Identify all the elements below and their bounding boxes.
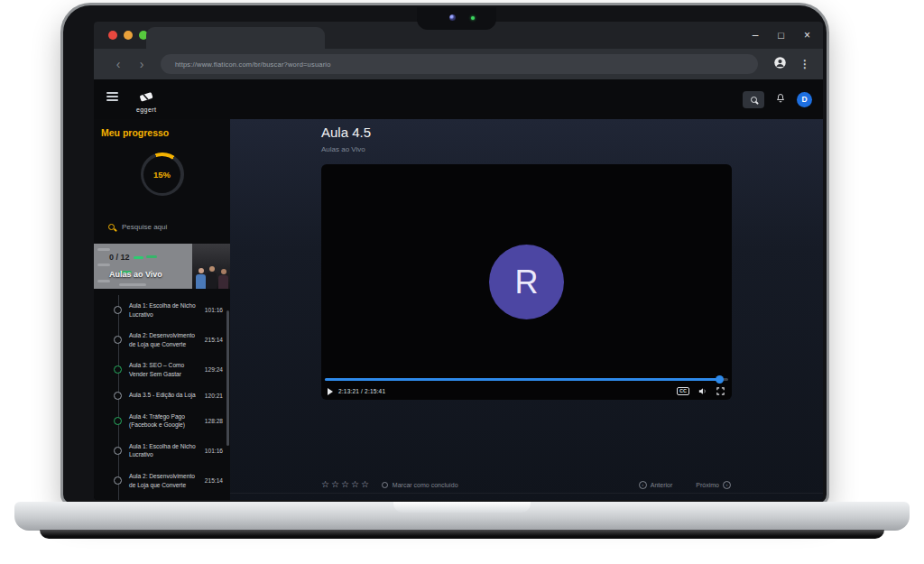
- progress-ring: 15%: [141, 153, 184, 196]
- lesson-duration: 101:16: [205, 448, 223, 454]
- playlist-item[interactable]: Aula 1: Escolha de Nicho Lucrativo 101:1…: [94, 295, 230, 325]
- lesson-page-title: Aula 4.5: [321, 125, 371, 140]
- playlist-section-title: Aulas ao Vivo: [109, 270, 186, 279]
- lesson-title: Aula 1: Escolha de Nicho Lucrativo: [129, 442, 196, 459]
- mark-complete-radio[interactable]: [382, 482, 388, 488]
- lesson-status-icon: [114, 476, 122, 485]
- star-icon[interactable]: ☆: [351, 480, 359, 489]
- lesson-status-icon: [114, 336, 122, 344]
- video-player[interactable]: R 2:13:21 / 2:15:41 CC: [321, 164, 732, 400]
- lesson-status-icon: [114, 306, 122, 314]
- lesson-page-subtitle: Aulas ao Vivo: [321, 145, 365, 153]
- laptop-mockup: – □ × ‹ › https://www.flaticon.com/br/bu…: [0, 0, 924, 564]
- lesson-status-icon: [114, 365, 122, 374]
- course-sidebar: Meu progresso 15% Pesquise aqui: [94, 119, 230, 500]
- logo-text: eggert: [136, 106, 156, 113]
- lesson-footer: ☆☆☆☆☆ Marcar como concluído ‹ Anterior P…: [230, 476, 823, 494]
- next-lesson-button[interactable]: Próximo ›: [696, 481, 731, 489]
- lesson-title: Aula 3: SEO – Como Vender Sem Gastar: [129, 361, 196, 378]
- lesson-duration: 120:21: [205, 393, 223, 399]
- user-avatar[interactable]: D: [797, 92, 812, 107]
- video-time: 2:13:21 / 2:15:41: [338, 388, 385, 394]
- playlist-item[interactable]: Aula 3: SEO – Como Vender Sem Gastar 129…: [94, 495, 230, 500]
- playlist-item[interactable]: Aula 3: SEO – Como Vender Sem Gastar 129…: [94, 355, 230, 384]
- app-header: eggert D: [94, 79, 823, 119]
- browser-tab[interactable]: [146, 27, 325, 49]
- mark-complete-label: Marcar como concluído: [393, 482, 458, 488]
- forward-icon[interactable]: ›: [130, 57, 153, 71]
- lesson-duration: 128:28: [205, 418, 223, 424]
- previous-lesson-button[interactable]: ‹ Anterior: [639, 481, 673, 489]
- lesson-title: Aula 3.5 - Edição da Loja: [129, 391, 196, 400]
- lesson-duration: 215:14: [205, 477, 223, 484]
- maximize-button[interactable]: □: [778, 31, 784, 41]
- playlist-counter: 0 / 12: [109, 253, 186, 262]
- playlist-item[interactable]: Aula 3.5 - Edição da Loja 120:21: [94, 384, 230, 406]
- lesson-title: Aula 1: Escolha de Nicho Lucrativo: [129, 301, 196, 319]
- playlist-header[interactable]: 0 / 12 Aulas ao Vivo: [94, 244, 230, 289]
- lesson-duration: 101:16: [205, 307, 223, 313]
- window-controls: – □ ×: [753, 22, 810, 49]
- minimize-traffic-icon[interactable]: [124, 31, 133, 40]
- playlist: Aula 1: Escolha de Nicho Lucrativo 101:1…: [94, 295, 230, 500]
- lesson-title: Aula 2: Desenvolvimento de Loja que Conv…: [129, 472, 196, 489]
- eggert-logo-icon: [138, 89, 154, 106]
- search-button[interactable]: [743, 91, 764, 108]
- close-button[interactable]: ×: [804, 30, 810, 41]
- sidebar-search[interactable]: Pesquise aqui: [108, 223, 230, 231]
- star-icon[interactable]: ☆: [331, 480, 339, 489]
- browser-toolbar: ‹ › https://www.flaticon.com/br/buscar?w…: [94, 49, 823, 79]
- speaker-avatar: R: [489, 245, 564, 319]
- volume-icon[interactable]: [698, 386, 707, 396]
- lesson-main: Aula 4.5 Aulas ao Vivo R 2:13:21 / 2:15:…: [230, 119, 823, 500]
- sidebar-search-placeholder: Pesquise aqui: [122, 223, 167, 231]
- back-icon[interactable]: ‹: [106, 57, 130, 71]
- browser-profile-icon[interactable]: [773, 56, 787, 73]
- playlist-thumbnail: [192, 244, 230, 289]
- camera-led-icon: [471, 16, 475, 20]
- browser-window: – □ × ‹ › https://www.flaticon.com/br/bu…: [94, 22, 823, 500]
- lesson-status-icon: [114, 417, 122, 425]
- playlist-item[interactable]: Aula 4: Tráfego Pago (Facebook e Google)…: [94, 406, 230, 436]
- hamburger-menu-icon[interactable]: [106, 92, 118, 101]
- lesson-duration: 215:14: [205, 337, 223, 343]
- video-progress-bar[interactable]: [325, 378, 728, 381]
- playlist-item[interactable]: Aula 2: Desenvolvimento de Loja que Conv…: [94, 466, 230, 495]
- notifications-bell-icon[interactable]: [775, 91, 786, 107]
- playlist-item[interactable]: Aula 1: Escolha de Nicho Lucrativo 101:1…: [94, 436, 230, 466]
- url-text: https://www.flaticon.com/br/buscar?word=…: [175, 60, 331, 69]
- star-icon[interactable]: ☆: [341, 480, 349, 489]
- laptop-base-shadow: [40, 530, 884, 539]
- counter-pill-icon: [134, 256, 143, 259]
- sidebar-scrollbar[interactable]: [226, 310, 229, 446]
- star-icon[interactable]: ☆: [321, 480, 329, 489]
- playlist-header-panel: 0 / 12 Aulas ao Vivo: [94, 244, 192, 289]
- progress-title: Meu progresso: [94, 119, 230, 138]
- lesson-title: Aula 4: Tráfego Pago (Facebook e Google): [129, 412, 196, 430]
- lesson-status-icon: [114, 447, 122, 455]
- star-icon[interactable]: ☆: [361, 480, 369, 489]
- progress-percent-label: 15%: [143, 156, 180, 193]
- lesson-status-icon: [114, 392, 122, 400]
- playlist-item[interactable]: Aula 2: Desenvolvimento de Loja que Conv…: [94, 325, 230, 355]
- lesson-title: Aula 2: Desenvolvimento de Loja que Conv…: [129, 331, 196, 348]
- play-icon[interactable]: [328, 388, 333, 395]
- address-bar[interactable]: https://www.flaticon.com/br/buscar?word=…: [161, 54, 758, 74]
- search-icon: [751, 97, 757, 103]
- webcam-icon: [449, 14, 456, 21]
- next-icon: ›: [723, 481, 731, 489]
- mark-complete[interactable]: Marcar como concluído: [382, 482, 458, 488]
- eggert-logo[interactable]: eggert: [136, 89, 156, 113]
- captions-button[interactable]: CC: [677, 387, 689, 396]
- video-controls: 2:13:21 / 2:15:41 CC: [328, 385, 725, 397]
- star-rating[interactable]: ☆☆☆☆☆: [321, 480, 369, 489]
- video-progress-handle[interactable]: [716, 375, 724, 384]
- laptop-base-notch: [393, 502, 531, 513]
- minimize-button[interactable]: –: [753, 30, 759, 41]
- browser-menu-icon[interactable]: ⋮: [799, 58, 810, 70]
- traffic-lights: [108, 31, 148, 40]
- close-traffic-icon[interactable]: [108, 31, 117, 40]
- fullscreen-icon[interactable]: [716, 386, 725, 396]
- lesson-duration: 129:24: [205, 366, 223, 373]
- previous-icon: ‹: [639, 481, 647, 489]
